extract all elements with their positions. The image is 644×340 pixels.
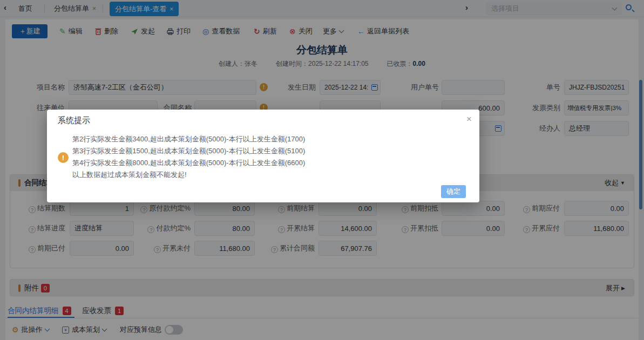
app-window: ‹ 首页 分包结算单× 分包结算单-查看× › 选择项目 ＋新建 ✎编辑 删除 … (0, 0, 644, 340)
message-line: 第4行实际发生金额8000,超出成本策划金额(5000)-本行以上发生金额(66… (72, 157, 461, 169)
system-prompt-dialog: 系统提示 × ! 第2行实际发生金额3400,超出成本策划金额(5000)-本行… (47, 110, 479, 202)
warning-icon: ! (58, 152, 69, 163)
message-line: 第3行实际发生金额1500,超出成本策划金额(5000)-本行以上发生金额(51… (72, 145, 461, 157)
ok-button[interactable]: 确定 (441, 185, 466, 198)
dialog-title: 系统提示 (58, 115, 90, 126)
message-line: 以上数据超过成本策划金额不能发起! (72, 169, 461, 181)
message-line: 第2行实际发生金额3400,超出成本策划金额(5000)-本行以上发生金额(17… (72, 133, 461, 145)
dialog-close-icon[interactable]: × (466, 114, 472, 125)
dialog-message: 第2行实际发生金额3400,超出成本策划金额(5000)-本行以上发生金额(17… (72, 133, 461, 181)
